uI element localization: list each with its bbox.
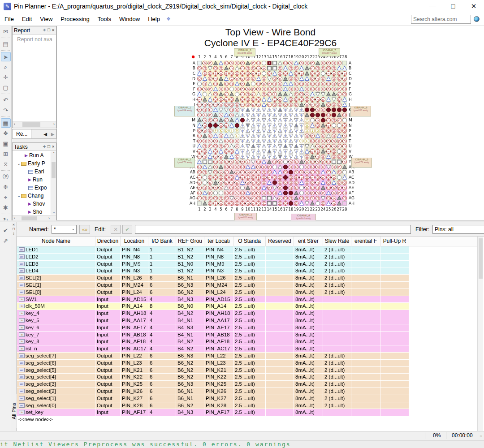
find-icon[interactable]: ✱ <box>1 203 11 212</box>
pad-view-icon[interactable]: ⊞ <box>1 149 11 159</box>
filter-combo[interactable]: Pins: all ▾ <box>432 225 484 234</box>
redo-icon[interactable]: ↷ <box>1 106 11 115</box>
table-row-key-8[interactable]: inkey_8InputPIN_AF184B4_N2PIN_AF182.5 ..… <box>17 338 409 345</box>
zoom-tool-icon[interactable]: ⌕ <box>1 62 11 72</box>
column-header-slew-rate[interactable]: Slew Rate <box>323 237 351 246</box>
column-header-i-o-bank[interactable]: I/O Bank <box>148 237 176 246</box>
tab-prev-button[interactable]: ◀ <box>42 132 49 137</box>
export-icon[interactable]: ⇗ <box>1 236 11 246</box>
column-header-o-standa[interactable]: O Standa <box>233 237 266 246</box>
close-panel-icon[interactable]: ✕ <box>52 28 55 32</box>
table-row-seg-select-4-[interactable]: outseg_select[4]OutputPIN_K226B6_N2PIN_K… <box>17 374 409 381</box>
tree-expander[interactable]: ⌄ <box>17 194 21 198</box>
scroll-left-arrow[interactable]: ‹ <box>14 216 15 220</box>
new-node-row[interactable]: <<new node>> <box>17 416 409 423</box>
menu-file[interactable]: File <box>1 14 17 24</box>
globe-icon[interactable] <box>474 16 480 22</box>
task-item-early-p[interactable]: ⌄Early P <box>13 159 51 168</box>
pin-panel-icon[interactable]: ✛ <box>43 145 46 149</box>
report-window-icon[interactable]: ▤ <box>1 39 11 49</box>
tab-all-pins[interactable]: All Pins <box>11 394 17 428</box>
column-header-pull-up-r[interactable]: Pull-Up R <box>380 237 409 246</box>
task-item-sho[interactable]: ▶Sho <box>13 208 51 215</box>
column-header-location[interactable]: Location <box>121 237 148 246</box>
undo-icon[interactable]: ↶ <box>1 95 11 105</box>
column-header-reserved[interactable]: Reserved <box>266 237 294 246</box>
search-input[interactable] <box>411 15 471 24</box>
table-row-seg-select-7-[interactable]: outseg_select[7]OutputPIN_L226B6_N3PIN_L… <box>17 353 409 360</box>
named-combo[interactable]: * ⌄ <box>52 225 77 234</box>
scroll-right-arrow[interactable]: › <box>48 216 50 220</box>
table-row-led4[interactable]: outLED4OutputPIN_N31B1_N2PIN_N32.5 ...ul… <box>17 267 409 275</box>
column-header-ent-strer[interactable]: ent Strer <box>294 237 323 246</box>
close-button[interactable]: ✕ <box>463 2 484 10</box>
select-tool-icon[interactable]: ➤ <box>1 52 11 61</box>
task-item-earl[interactable]: Earl <box>13 168 51 176</box>
column-header-erential-f[interactable]: erential F <box>351 237 380 246</box>
back-annotate-icon[interactable]: ❉ <box>1 182 11 192</box>
menu-edit[interactable]: Edit <box>18 14 35 24</box>
scroll-right-arrow[interactable]: › <box>53 122 55 126</box>
task-item-run-a[interactable]: ▶Run A <box>13 151 51 159</box>
table-row-seg-select-2-[interactable]: outseg_select[2]OutputPIN_K266B6_N1PIN_K… <box>17 388 409 395</box>
table-row-key-5[interactable]: inkey_5InputPIN_AA174B4_N1PIN_AA172.5 ..… <box>17 317 409 324</box>
menu-processing[interactable]: Processing <box>57 14 93 24</box>
report-hscrollbar[interactable]: ‹ › <box>13 121 56 128</box>
table-row-sw1[interactable]: inSW1InputPIN_AD154B4_N3PIN_AD152.5 ...u… <box>17 296 409 303</box>
resize-grip[interactable]: ⁙ <box>479 434 483 438</box>
table-row-seg-select-3-[interactable]: outseg_select[3]OutputPIN_K256B6_N3PIN_K… <box>17 381 409 388</box>
properties-icon[interactable]: Ⓟ <box>1 172 11 181</box>
table-row-key-6[interactable]: inkey_6InputPIN_AE174B4_N3PIN_AE172.5 ..… <box>17 324 409 332</box>
pin-finder-icon[interactable]: ⌖ <box>1 193 11 202</box>
run-check-icon[interactable]: ✔ <box>1 226 11 235</box>
table-row-led3[interactable]: outLED3OutputPIN_M91B1_N0PIN_M92.5 ...ul… <box>17 261 409 268</box>
table-row-seg-select-6-[interactable]: outseg_select[6]OutputPIN_L236B6_N2PIN_L… <box>17 360 409 367</box>
table-row-key-7[interactable]: inkey_7InputPIN_AB184B4_N1PIN_AB182.5 ..… <box>17 332 409 339</box>
edit-cancel-button[interactable]: ✕ <box>111 225 121 234</box>
column-header-ref-grou[interactable]: REF Grou <box>176 237 204 246</box>
scroll-thumb[interactable] <box>479 238 483 279</box>
table-row-set-key[interactable]: inset_keyInputPIN_AF174B4_N3PIN_AF172.5 … <box>17 409 409 416</box>
column-header-node-name[interactable]: Node Name <box>17 237 95 246</box>
table-row-seg-select-5-[interactable]: outseg_select[5]OutputPIN_K216B6_N2PIN_K… <box>17 367 409 374</box>
table-row-clk-50m[interactable]: inclk_50MInputPIN_A148B8_N0PIN_A142.5 ..… <box>17 303 409 310</box>
task-item-run[interactable]: ▶Run <box>13 176 51 184</box>
expand-wildcard-button[interactable]: «» <box>79 225 90 234</box>
pin-pane-icon[interactable]: ⇩ <box>11 232 16 236</box>
menu-help[interactable]: Help <box>144 14 164 24</box>
column-header-ter-locati[interactable]: ter Locati <box>204 237 233 246</box>
scroll-left-arrow[interactable]: ‹ <box>14 122 15 126</box>
tasks-vscrollbar[interactable]: ⌃ ⌄ <box>51 151 56 215</box>
tab-next-button[interactable]: ▶ <box>49 132 56 137</box>
minimize-button[interactable]: — <box>422 2 443 10</box>
timing-icon[interactable]: ⧖ <box>1 159 11 169</box>
scroll-down-arrow[interactable]: ⌄ <box>52 210 56 214</box>
pin-planner-icon[interactable]: ▦ <box>1 118 11 128</box>
table-row-sel-1-[interactable]: outSEL[1]OutputPIN_M246B6_N3PIN_M242.5 .… <box>17 282 409 289</box>
pan-tool-icon[interactable]: ✛ <box>1 73 11 82</box>
new-node-cell[interactable]: <<new node>> <box>17 416 95 423</box>
task-item-expo[interactable]: Expo <box>13 184 51 192</box>
show-windows-icon[interactable]: ▣ <box>1 139 11 148</box>
feedback-icon[interactable]: ✉ <box>1 27 11 36</box>
table-row-seg-select-0-[interactable]: outseg_select[0]OutputPIN_K286B6_N2PIN_K… <box>17 402 409 409</box>
menu-window[interactable]: Window <box>116 14 143 24</box>
column-header-direction[interactable]: Direction <box>95 237 121 246</box>
close-pane-icon[interactable]: ✕ <box>11 223 16 227</box>
edit-input[interactable] <box>135 225 411 234</box>
edit-accept-button[interactable]: ✔ <box>122 225 132 234</box>
table-row-seg-select-1-[interactable]: outseg_select[1]OutputPIN_K276B6_N1PIN_K… <box>17 395 409 402</box>
scroll-thumb[interactable] <box>52 162 56 178</box>
scroll-up-arrow[interactable]: ⌃ <box>52 152 56 156</box>
table-row-rst-n[interactable]: inrst_nInputPIN_AC174B4_N2PIN_AC172.5 ..… <box>17 345 409 353</box>
pin-migration-icon[interactable]: ❖ <box>1 129 11 138</box>
menu-view[interactable]: View <box>36 14 56 24</box>
menu-tools[interactable]: Tools <box>94 14 115 24</box>
close-panel-icon[interactable]: ✕ <box>52 145 55 149</box>
table-row-led2[interactable]: outLED2OutputPIN_N81B1_N2PIN_N82.5 ...ul… <box>17 254 409 261</box>
float-panel-icon[interactable]: ❐ <box>47 28 50 32</box>
table-row-key-4[interactable]: inkey_4InputPIN_AH184B4_N2PIN_AH182.5 ..… <box>17 310 409 317</box>
scroll-thumb[interactable] <box>22 122 40 127</box>
pin-panel-icon[interactable]: ✛ <box>43 28 46 32</box>
table-row-sel-0-[interactable]: outSEL[0]OutputPIN_L246B6_N2PIN_L242.5 .… <box>17 289 409 296</box>
